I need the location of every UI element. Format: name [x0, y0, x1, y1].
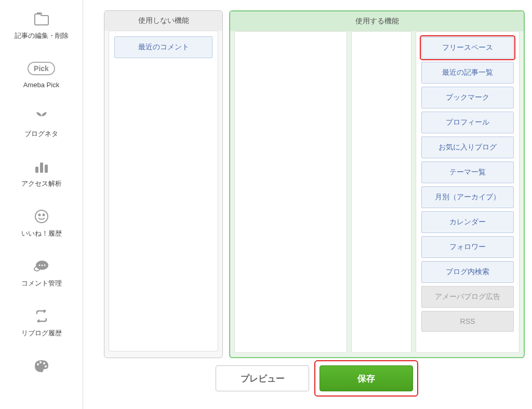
feature-ameba-ads: アメーバブログ広告 — [421, 286, 514, 308]
svg-point-5 — [43, 214, 44, 216]
sidebar-item-analytics[interactable]: アクセス解析 — [0, 148, 83, 198]
feature-recent-comments[interactable]: 最近のコメント — [114, 36, 212, 58]
used-features-panel: 使用する機能 フリースペース 最近の記事一覧 ブックマーク プロフィール お気に… — [229, 10, 525, 358]
svg-point-11 — [37, 363, 39, 365]
sidebar-item-blog-topics[interactable]: ブログネタ — [0, 98, 83, 148]
used-header: 使用する機能 — [230, 11, 524, 31]
sidebar-label: コメント管理 — [21, 279, 62, 288]
svg-rect-2 — [45, 165, 48, 173]
feature-calendar[interactable]: カレンダー — [421, 211, 514, 233]
feature-recent-posts[interactable]: 最近の記事一覧 — [421, 62, 514, 84]
save-button[interactable]: 保存 — [320, 365, 413, 391]
feature-bookmark[interactable]: ブックマーク — [421, 87, 514, 108]
sidebar-item-ameba-pick[interactable]: Pick Ameba Pick — [0, 50, 83, 98]
sidebar-item-edit-posts[interactable]: 記事の編集・削除 — [0, 0, 83, 50]
preview-button[interactable]: プレビュー — [216, 365, 309, 391]
feature-rss: RSS — [421, 311, 514, 332]
used-column-2[interactable] — [351, 31, 411, 353]
sidebar-label: ブログネタ — [24, 129, 58, 139]
folder-icon — [34, 9, 49, 28]
feature-free-space[interactable]: フリースペース — [421, 37, 514, 59]
svg-point-13 — [43, 362, 45, 364]
sidebar-item-comment-manage[interactable]: コメント管理 — [0, 248, 83, 297]
sidebar-label: いいね！履歴 — [21, 229, 62, 238]
svg-point-3 — [35, 210, 48, 223]
svg-point-12 — [39, 361, 42, 363]
feature-monthly-archive[interactable]: 月別（アーカイブ） — [421, 186, 514, 208]
unused-features-panel: 使用しない機能 最近のコメント — [104, 10, 223, 358]
sidebar-item-reblog-history[interactable]: リブログ履歴 — [0, 297, 83, 347]
sidebar-label: Ameba Pick — [23, 81, 59, 89]
bars-icon — [34, 157, 49, 176]
feature-profile[interactable]: プロフィール — [421, 112, 514, 133]
svg-point-8 — [41, 265, 43, 266]
sidebar-label: 記事の編集・削除 — [15, 31, 69, 40]
cycle-icon — [34, 307, 49, 325]
used-column-3[interactable]: フリースペース 最近の記事一覧 ブックマーク プロフィール お気に入りブログ テ… — [416, 31, 520, 353]
pick-icon: Pick — [28, 59, 55, 78]
main-content: 使用しない機能 最近のコメント 使用する機能 フリースペース 最近の記事一覧 ブ… — [104, 10, 525, 391]
sidebar-label: アクセス解析 — [21, 179, 62, 188]
feature-followers[interactable]: フォロワー — [421, 236, 514, 258]
unused-dropzone[interactable]: 最近のコメント — [109, 31, 218, 351]
svg-point-4 — [38, 214, 40, 216]
smile-icon — [34, 207, 49, 226]
svg-rect-1 — [40, 162, 43, 173]
feature-theme-list[interactable]: テーマ一覧 — [421, 161, 514, 183]
palette-icon — [34, 357, 49, 375]
comment-icon — [34, 257, 49, 276]
unused-header: 使用しない機能 — [104, 11, 222, 31]
feature-blog-search[interactable]: ブログ内検索 — [421, 261, 514, 283]
svg-rect-0 — [35, 167, 38, 173]
action-buttons: プレビュー 保存 — [104, 365, 525, 391]
svg-point-7 — [38, 265, 40, 266]
feature-favorite-blogs[interactable]: お気に入りブログ — [421, 137, 514, 158]
sidebar: 記事の編集・削除 Pick Ameba Pick ブログネタ アクセス解析 いい… — [0, 0, 83, 409]
sidebar-item-design[interactable] — [0, 347, 83, 388]
sidebar-item-like-history[interactable]: いいね！履歴 — [0, 198, 83, 248]
sidebar-label: リブログ履歴 — [21, 329, 62, 338]
svg-point-14 — [45, 365, 47, 367]
svg-point-9 — [44, 265, 45, 266]
used-column-1[interactable] — [234, 31, 347, 353]
sprout-icon — [34, 107, 49, 126]
